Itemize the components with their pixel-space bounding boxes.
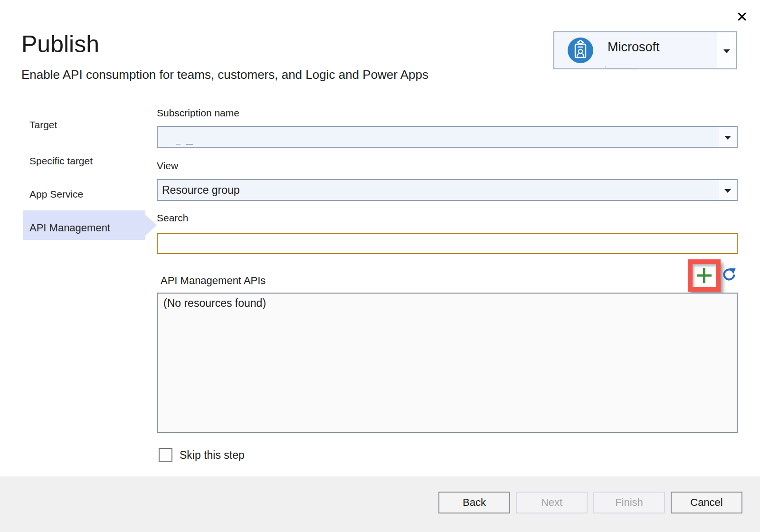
api-list-empty-text: (No resources found)	[163, 297, 266, 310]
chevron-down-icon	[724, 189, 731, 193]
redacted-text-mark	[176, 144, 180, 145]
sidebar-item-app-service[interactable]: App Service	[29, 189, 83, 200]
chevron-down-icon	[724, 136, 731, 140]
search-label: Search	[157, 212, 189, 224]
sidebar-item-target[interactable]: Target	[29, 119, 57, 131]
view-dropdown[interactable]: Resource group	[157, 179, 738, 201]
view-selected-value: Resource group	[162, 184, 240, 197]
publish-dialog: ✕ Publish Enable API consumption for tea…	[0, 0, 760, 532]
finish-button[interactable]: Finish	[593, 492, 665, 513]
next-button[interactable]: Next	[516, 492, 588, 513]
page-subtitle: Enable API consumption for teams, custom…	[21, 67, 428, 82]
view-label: View	[157, 160, 178, 171]
plus-icon	[695, 267, 713, 284]
sidebar-item-specific-target[interactable]: Specific target	[29, 155, 93, 167]
api-list[interactable]: (No resources found)	[157, 293, 738, 433]
skip-step-label: Skip this step	[180, 449, 245, 462]
chevron-down-icon	[723, 49, 730, 53]
view-dropdown-button[interactable]	[719, 180, 737, 200]
account-selector[interactable]: Microsoft	[553, 31, 737, 69]
skip-step-checkbox[interactable]	[159, 448, 172, 462]
redacted-text-mark	[186, 144, 193, 145]
add-api-button[interactable]	[688, 259, 721, 292]
account-email-redacted	[605, 66, 637, 68]
sidebar-selection-arrow	[145, 215, 157, 236]
subscription-name-dropdown[interactable]	[157, 126, 738, 148]
page-title: Publish	[21, 30, 99, 58]
account-name: Microsoft	[608, 40, 660, 55]
refresh-icon	[722, 267, 736, 282]
sidebar-item-api-management[interactable]: API Management	[29, 222, 110, 234]
person-id-badge-icon	[568, 38, 593, 63]
close-icon[interactable]: ✕	[733, 9, 750, 26]
search-input[interactable]	[157, 233, 738, 254]
account-dropdown-button[interactable]	[717, 32, 736, 68]
back-button[interactable]: Back	[438, 492, 510, 513]
subscription-dropdown-button[interactable]	[719, 127, 737, 147]
dialog-footer: Back Next Finish Cancel	[0, 476, 760, 532]
subscription-name-label: Subscription name	[157, 107, 239, 119]
api-list-label: API Management APIs	[161, 275, 266, 287]
refresh-button[interactable]	[722, 267, 736, 282]
cancel-button[interactable]: Cancel	[671, 492, 742, 513]
